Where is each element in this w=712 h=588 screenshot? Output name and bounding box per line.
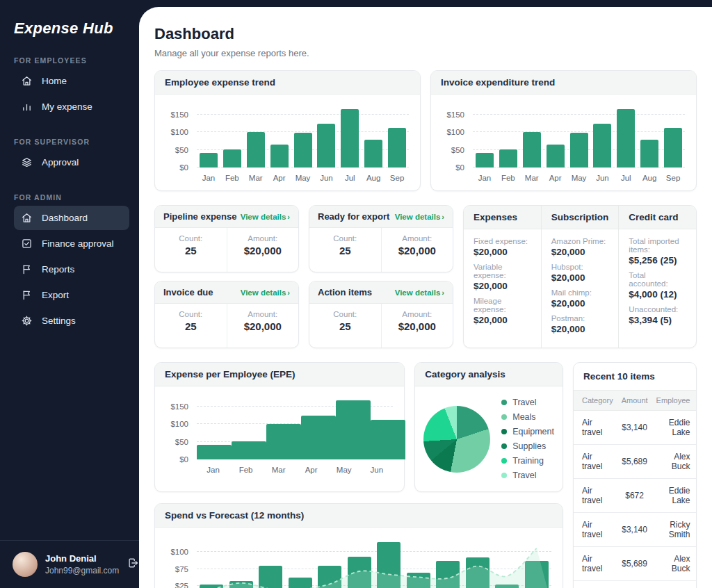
stat-value: $20,000 bbox=[386, 245, 449, 256]
bar bbox=[223, 149, 241, 168]
flag-icon bbox=[21, 289, 33, 301]
stat-card-title: Ready for export bbox=[318, 211, 389, 222]
spend-vs-forecast-card: Spend vs Forecast (12 months) $0$25$75$1… bbox=[154, 503, 563, 588]
bar bbox=[547, 145, 565, 168]
user-name: John Denial bbox=[45, 553, 119, 564]
bar bbox=[294, 133, 312, 168]
sidebar-item-approval[interactable]: Approval bbox=[14, 150, 129, 174]
stat-card-title: Pipeline expense bbox=[163, 211, 237, 222]
summary-item: Total accounted:$4,000 (12) bbox=[629, 271, 686, 300]
chevron-right-icon: › bbox=[442, 288, 444, 297]
card-title: Expense per Employee (EPE) bbox=[155, 363, 404, 386]
pipeline-expense-card: Pipeline expenseView details›Count:25Amo… bbox=[154, 205, 299, 272]
summary-item-value: $5,256 (25) bbox=[629, 255, 686, 266]
x-tick-label: Jul bbox=[614, 174, 638, 182]
amount-cell: $3,140 bbox=[617, 513, 652, 547]
employee-cell: Alex Buck bbox=[652, 445, 697, 479]
sidebar-item-label: Finance approval bbox=[42, 238, 114, 249]
stat-value: $20,000 bbox=[232, 320, 295, 332]
category-analysis-card: Category analysis TravelMealsEquipmentSu… bbox=[414, 362, 563, 492]
legend-label: Travel bbox=[512, 398, 536, 407]
sidebar-item-label: Approval bbox=[42, 157, 79, 168]
view-details-link[interactable]: View details› bbox=[241, 288, 290, 297]
bar bbox=[364, 140, 382, 168]
nav-section-label: FOR EMPLOYEES bbox=[14, 56, 129, 65]
summary-item: Amazon Prime:$20,000 bbox=[551, 237, 609, 257]
x-tick-label: Jul bbox=[338, 174, 362, 182]
bar-chart-icon bbox=[21, 101, 33, 113]
sidebar-item-home[interactable]: Home bbox=[14, 69, 129, 93]
y-tick-label: $100 bbox=[446, 128, 464, 136]
layers-icon bbox=[21, 156, 33, 168]
legend-item: Travel bbox=[501, 398, 554, 407]
card-title: Category analysis bbox=[415, 363, 563, 386]
amount-cell: $5,689 bbox=[617, 547, 652, 581]
view-details-link[interactable]: View details› bbox=[241, 213, 290, 221]
summary-item: Unaccounted:$3,394 (5) bbox=[629, 305, 686, 325]
y-tick-label: $50 bbox=[451, 146, 464, 154]
bar bbox=[336, 400, 371, 459]
ready-for-export-card: Ready for exportView details›Count:25Amo… bbox=[309, 205, 453, 272]
app-logo: Expense Hub bbox=[0, 0, 139, 38]
sidebar-item-my-expense[interactable]: My expense bbox=[14, 95, 129, 119]
x-tick-label: Mar bbox=[262, 466, 295, 474]
summary-item-value: $20,000 bbox=[551, 247, 609, 257]
employee-cell: Eddie Lake bbox=[652, 411, 697, 445]
action-items-card: Action itemsView details›Count:25Amount:… bbox=[309, 281, 453, 348]
y-tick-label: $0 bbox=[179, 455, 188, 464]
x-tick-label: Feb bbox=[229, 466, 262, 474]
recent-items-card: Recent 10 items CategoryAmountEmployee A… bbox=[573, 362, 697, 588]
sidebar-item-label: Dashboard bbox=[42, 213, 88, 223]
sidebar-item-dashboard[interactable]: Dashboard bbox=[14, 206, 129, 230]
y-tick-label: $150 bbox=[170, 111, 188, 119]
y-tick-label: $0 bbox=[455, 163, 464, 172]
view-details-link[interactable]: View details› bbox=[395, 213, 444, 221]
view-details-label: View details bbox=[241, 213, 286, 221]
amount-cell: Amount:$20,000 bbox=[381, 304, 453, 348]
credit-card-column: Credit cardTotal imported items:$5,256 (… bbox=[618, 206, 696, 348]
sidebar-item-finance-approval[interactable]: Finance approval bbox=[14, 231, 129, 256]
count-cell: Count:25 bbox=[309, 228, 381, 272]
sidebar-item-reports[interactable]: Reports bbox=[14, 257, 129, 281]
stat-card-title: Invoice due bbox=[163, 287, 213, 297]
legend-label: Meals bbox=[512, 412, 535, 422]
x-tick-label: Feb bbox=[496, 174, 520, 182]
invoice-expenditure-trend-card: Invoice expenditure trend $0$50$100$150J… bbox=[430, 70, 697, 191]
y-tick-label: $100 bbox=[170, 420, 188, 428]
user-profile[interactable]: John Denial John99@gmail.com bbox=[0, 540, 139, 588]
legend-dot bbox=[501, 429, 507, 434]
bar bbox=[499, 149, 517, 168]
bar bbox=[617, 109, 635, 168]
stats-column-middle: Ready for exportView details›Count:25Amo… bbox=[309, 205, 453, 348]
logout-icon[interactable] bbox=[127, 557, 139, 572]
table-row: Air travel$3,140Ricky Smith bbox=[574, 581, 697, 588]
summary-item-value: $20,000 bbox=[551, 298, 609, 309]
table-row: Air travel$5,689Alex Buck bbox=[574, 445, 697, 479]
summary-item-value: $20,000 bbox=[551, 272, 609, 283]
sidebar-item-settings[interactable]: Settings bbox=[14, 309, 129, 333]
summary-item: Mileage expense:$20,000 bbox=[474, 297, 531, 325]
sidebar-nav: FOR EMPLOYEESHomeMy expenseFOR SUPERVISO… bbox=[0, 38, 139, 540]
gear-icon bbox=[21, 315, 33, 327]
view-details-link[interactable]: View details› bbox=[395, 288, 444, 297]
legend-dot bbox=[501, 473, 507, 478]
column-header: Category bbox=[574, 391, 617, 411]
legend-item: Equipment bbox=[501, 427, 554, 436]
summary-item: Mail chimp:$20,000 bbox=[551, 288, 609, 309]
category-cell: Air travel bbox=[574, 513, 617, 547]
pie-chart bbox=[423, 406, 490, 473]
summary-item-label: Variable expense: bbox=[474, 263, 531, 279]
bar bbox=[523, 132, 541, 168]
legend-dot bbox=[501, 400, 507, 405]
count-cell: Count:25 bbox=[309, 304, 381, 348]
bar bbox=[200, 153, 218, 168]
stat-value: 25 bbox=[314, 320, 377, 332]
category-cell: Air travel bbox=[574, 547, 617, 581]
stat-label: Count: bbox=[159, 234, 222, 243]
bar bbox=[476, 153, 494, 168]
forecast-area bbox=[197, 548, 551, 588]
x-tick-label: Feb bbox=[220, 174, 244, 182]
summary-item-value: $3,394 (5) bbox=[629, 315, 686, 325]
sidebar-item-export[interactable]: Export bbox=[14, 283, 129, 307]
home-icon bbox=[21, 212, 33, 224]
